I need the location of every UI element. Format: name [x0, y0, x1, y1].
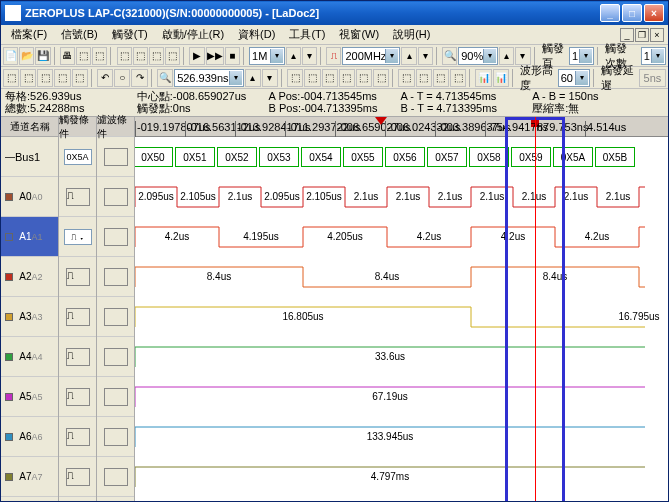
- mem-dn[interactable]: ▾: [302, 47, 317, 65]
- channel-a5[interactable]: A5 A5: [1, 377, 58, 417]
- t2-2[interactable]: ⬚: [20, 69, 36, 87]
- channel-a7[interactable]: A7 A7: [1, 457, 58, 497]
- timing-label: 16.805us: [137, 311, 469, 322]
- menu-help[interactable]: 說明(H): [387, 25, 436, 44]
- t2-18[interactable]: ⬚: [450, 69, 466, 87]
- t2-13[interactable]: ⬚: [356, 69, 372, 87]
- freq-dn[interactable]: ▾: [418, 47, 433, 65]
- stop-button[interactable]: ■: [225, 47, 240, 65]
- menu-signal[interactable]: 信號(B): [55, 25, 104, 44]
- t2-7[interactable]: ○: [114, 69, 130, 87]
- tool-btn-4[interactable]: 🖶: [60, 47, 75, 65]
- t2-20[interactable]: 📊: [493, 69, 509, 87]
- mem-depth-combo[interactable]: 1M: [249, 47, 285, 65]
- t2-10[interactable]: ⬚: [304, 69, 320, 87]
- bus-trigger-value[interactable]: 0X5A: [64, 149, 92, 165]
- info-center: 中心點:-008.659027us: [137, 90, 269, 102]
- channel-a2[interactable]: A2 A2: [1, 257, 58, 297]
- height-combo[interactable]: 60: [558, 69, 590, 87]
- menu-run[interactable]: 啟動/停止(R): [156, 25, 230, 44]
- channel-bus[interactable]: — Bus1: [1, 137, 58, 177]
- mem-up[interactable]: ▴: [286, 47, 301, 65]
- zoom-up[interactable]: ▴: [499, 47, 514, 65]
- delay-button[interactable]: 5ns: [639, 69, 666, 87]
- trig-page-combo[interactable]: 1: [569, 47, 594, 65]
- filt-btn-a7[interactable]: [104, 468, 128, 486]
- t2-11[interactable]: ⬚: [322, 69, 338, 87]
- run-button[interactable]: ▶: [189, 47, 204, 65]
- zoom-combo[interactable]: 90%: [458, 47, 498, 65]
- tool-btn-6[interactable]: ⬚: [92, 47, 107, 65]
- filt-btn-a6[interactable]: [104, 428, 128, 446]
- open-button[interactable]: 📂: [19, 47, 34, 65]
- save-button[interactable]: 💾: [35, 47, 50, 65]
- bus-filter-button[interactable]: [104, 148, 128, 166]
- menu-file[interactable]: 檔案(F): [5, 25, 53, 44]
- mdi-close-button[interactable]: ×: [650, 28, 664, 42]
- mdi-min-button[interactable]: _: [620, 28, 634, 42]
- channel-a0[interactable]: A0 A0: [1, 177, 58, 217]
- channel-a3[interactable]: A3 A3: [1, 297, 58, 337]
- t2-12[interactable]: ⬚: [339, 69, 355, 87]
- tool-btn-10[interactable]: ⬚: [165, 47, 180, 65]
- t2-16[interactable]: ⬚: [416, 69, 432, 87]
- channel-a1[interactable]: A1 A1: [1, 217, 58, 257]
- cond-btn-a6[interactable]: ⎍: [66, 428, 90, 446]
- cond-btn-a1[interactable]: ⎍ ▾: [64, 229, 92, 245]
- tool-btn-5[interactable]: ⬚: [76, 47, 91, 65]
- filt-btn-a0[interactable]: [104, 188, 128, 206]
- trigger-cond-column: 觸發條件 0X5A ⎍⎍ ▾⎍⎍⎍⎍⎍⎍: [59, 117, 97, 502]
- channel-a6[interactable]: A6 A6: [1, 417, 58, 457]
- sp-dn[interactable]: ▾: [262, 69, 278, 87]
- t2-15[interactable]: ⬚: [398, 69, 414, 87]
- menu-window[interactable]: 視窗(W): [333, 25, 385, 44]
- clk-icon[interactable]: ⎍: [326, 47, 341, 65]
- menu-data[interactable]: 資料(D): [232, 25, 281, 44]
- channel-a4[interactable]: A4 A4: [1, 337, 58, 377]
- tool-btn-8[interactable]: ⬚: [133, 47, 148, 65]
- t2-14[interactable]: ⬚: [373, 69, 389, 87]
- cond-btn-a5[interactable]: ⎍: [66, 388, 90, 406]
- run-fast-button[interactable]: ▶▶: [206, 47, 224, 65]
- cond-btn-a4[interactable]: ⎍: [66, 348, 90, 366]
- trig-count-combo[interactable]: 1: [641, 47, 666, 65]
- t2-9[interactable]: ⬚: [287, 69, 303, 87]
- bus-value: 0X5A: [553, 147, 593, 167]
- timing-label: 2.1us: [221, 191, 259, 202]
- sp-up[interactable]: ▴: [245, 69, 261, 87]
- t2-zoom[interactable]: 🔍: [157, 69, 173, 87]
- filt-btn-a5[interactable]: [104, 388, 128, 406]
- filt-btn-a1[interactable]: [104, 228, 128, 246]
- tool-btn-9[interactable]: ⬚: [149, 47, 164, 65]
- menu-tools[interactable]: 工具(T): [283, 25, 331, 44]
- cond-btn-a3[interactable]: ⎍: [66, 308, 90, 326]
- filt-btn-a3[interactable]: [104, 308, 128, 326]
- new-button[interactable]: 📄: [3, 47, 18, 65]
- maximize-button[interactable]: □: [622, 4, 642, 22]
- freq-up[interactable]: ▴: [401, 47, 416, 65]
- close-button[interactable]: ×: [644, 4, 664, 22]
- mdi-restore-button[interactable]: ❐: [635, 28, 649, 42]
- t2-19[interactable]: 📊: [475, 69, 491, 87]
- zoom-icon[interactable]: 🔍: [442, 47, 457, 65]
- minimize-button[interactable]: _: [600, 4, 620, 22]
- t2-5[interactable]: ⬚: [72, 69, 88, 87]
- tool-btn-7[interactable]: ⬚: [117, 47, 132, 65]
- bus-value: 0X59: [511, 147, 551, 167]
- cond-btn-a2[interactable]: ⎍: [66, 268, 90, 286]
- t2-17[interactable]: ⬚: [433, 69, 449, 87]
- t2-1[interactable]: ⬚: [3, 69, 19, 87]
- time-ruler[interactable]: -019.197807us-016.563112us-013.928417us-…: [135, 117, 668, 137]
- t2-6[interactable]: ↶: [97, 69, 113, 87]
- cond-btn-a7[interactable]: ⎍: [66, 468, 90, 486]
- freq-combo[interactable]: 200MHz: [342, 47, 400, 65]
- filt-btn-a4[interactable]: [104, 348, 128, 366]
- t2-8[interactable]: ↷: [131, 69, 147, 87]
- t2-4[interactable]: ⬚: [54, 69, 70, 87]
- cond-btn-a0[interactable]: ⎍: [66, 188, 90, 206]
- filt-btn-a2[interactable]: [104, 268, 128, 286]
- sample-period-combo[interactable]: 526.939ns: [174, 69, 243, 87]
- menu-trigger[interactable]: 觸發(T): [106, 25, 154, 44]
- t2-3[interactable]: ⬚: [37, 69, 53, 87]
- waveform-area[interactable]: -019.197807us-016.563112us-013.928417us-…: [135, 117, 668, 502]
